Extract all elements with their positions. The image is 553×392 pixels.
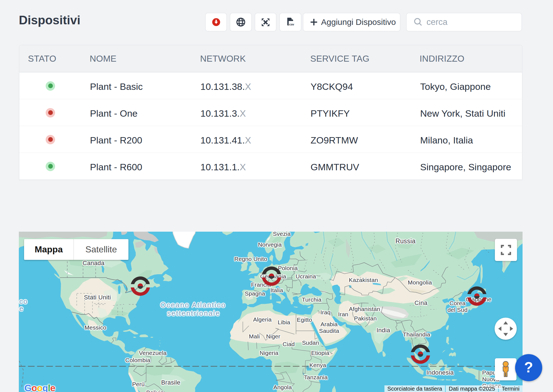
- svg-text:csv: csv: [289, 23, 294, 26]
